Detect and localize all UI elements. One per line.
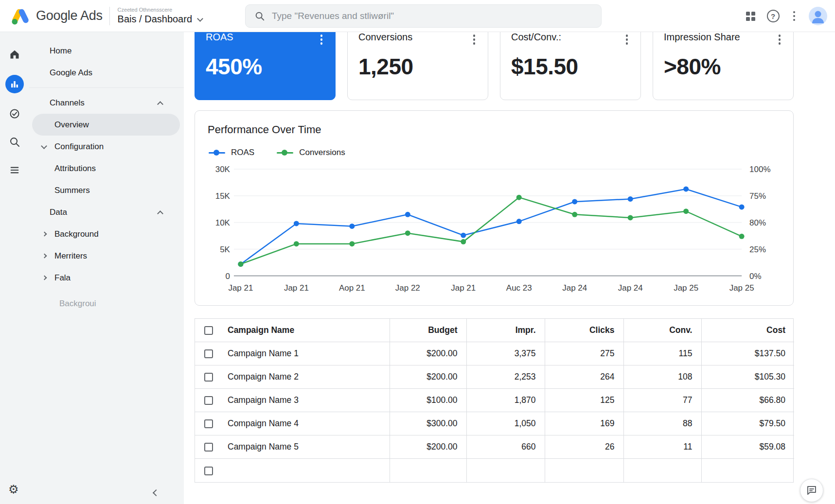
breadcrumb-label: Bais / Dashboard xyxy=(118,14,192,25)
card-menu-icon[interactable] xyxy=(777,33,783,47)
sidebar-item-google-ads[interactable]: Google Ads xyxy=(29,62,184,84)
data-point-conversions xyxy=(683,209,689,214)
data-point-conversions xyxy=(349,241,355,246)
card-menu-icon[interactable] xyxy=(319,33,325,47)
sidebar-item-backgroui[interactable]: Backgroui xyxy=(29,293,184,314)
help-icon[interactable]: ? xyxy=(767,10,780,22)
chevron-down-icon xyxy=(41,143,47,149)
chart-legend: ROAS Conversions xyxy=(209,148,781,157)
clicks-cell: 125 xyxy=(545,389,623,412)
avatar[interactable] xyxy=(809,7,827,25)
legend-label: ROAS xyxy=(231,148,254,157)
campaign-row-partial[interactable] xyxy=(195,459,794,482)
kpi-row: ROAS 450% Conversions 1,250 Cost/Conv.: … xyxy=(195,21,794,100)
data-point-conversions xyxy=(294,241,299,246)
empty-cell xyxy=(466,459,545,482)
card-menu-icon[interactable] xyxy=(624,33,630,47)
row-checkbox[interactable] xyxy=(204,419,213,428)
sidebar-item-home[interactable]: Home xyxy=(29,40,184,62)
campaign-row[interactable]: Campaign Name 1$200.003,375275115$137.50 xyxy=(195,342,794,365)
row-checkbox[interactable] xyxy=(204,373,213,382)
top-bar: Google Ads Czeeted Othnensscere Bais / D… xyxy=(0,0,835,32)
clicks-cell: 264 xyxy=(545,365,623,389)
budget-cell: $300.00 xyxy=(390,412,466,435)
google-ads-logo-icon xyxy=(11,7,30,25)
kpi-card-roas[interactable]: ROAS 450% xyxy=(195,21,336,100)
search-input[interactable] xyxy=(272,11,592,21)
series-line-conversions xyxy=(241,197,742,264)
budget-cell: $200.00 xyxy=(390,365,466,389)
sidebar-item-overview[interactable]: Overview xyxy=(32,114,180,136)
kpi-label: Conversions xyxy=(358,32,412,43)
settings-gear-icon[interactable]: ⚙ xyxy=(8,483,19,496)
collapse-sidebar-icon[interactable] xyxy=(153,489,160,496)
header-conv[interactable]: Conv. xyxy=(623,319,701,342)
sidebar-section-channels[interactable]: Channels xyxy=(29,92,184,114)
chat-icon xyxy=(806,485,817,496)
budget-cell: $100.00 xyxy=(390,389,466,412)
empty-cell xyxy=(390,459,466,482)
data-point-roas xyxy=(349,224,355,229)
header-impr[interactable]: Impr. xyxy=(466,319,545,342)
axis-tick-label: Jap 21 xyxy=(451,283,476,293)
sidebar-item-summers[interactable]: Summers xyxy=(29,179,184,201)
campaign-row[interactable]: Compaign Name 2$200.002,253264108$105.30 xyxy=(195,365,794,389)
card-menu-icon[interactable] xyxy=(471,33,478,47)
kpi-card-cost-per-conv[interactable]: Cost/Conv.: $15.50 xyxy=(500,21,641,100)
legend-item-conversions[interactable]: Conversions xyxy=(277,148,345,157)
campaign-row[interactable]: Compaign Name 4$300.001,05016988$79.50 xyxy=(195,412,794,435)
search-icon xyxy=(254,11,265,21)
search-bar[interactable] xyxy=(245,4,602,28)
sidebar-item-configuration[interactable]: Configuration xyxy=(29,136,184,157)
header-campaign-name[interactable]: Campaign Name xyxy=(222,319,390,342)
brand-name: Google Ads xyxy=(36,8,103,23)
rail-item-home[interactable] xyxy=(7,47,22,62)
name-cell: Compaign Name 2 xyxy=(222,365,390,389)
sidebar-section-data[interactable]: Data xyxy=(29,201,184,223)
kpi-value: >80% xyxy=(664,53,782,80)
checkbox-cell xyxy=(195,435,222,459)
header-budget[interactable]: Budget xyxy=(390,319,466,342)
rail-item-reports[interactable] xyxy=(7,162,22,178)
rail-item-goals[interactable] xyxy=(7,106,22,122)
row-checkbox[interactable] xyxy=(204,396,213,405)
kpi-card-conversions[interactable]: Conversions 1,250 xyxy=(347,21,488,100)
campaign-row[interactable]: Campaign Name 5$200.006602611$59.08 xyxy=(195,435,794,459)
campaign-row[interactable]: Campaign Name 3$100.001,87012577$66.80 xyxy=(195,389,794,412)
rail-item-explore[interactable] xyxy=(7,134,22,150)
cost-cell: $105.30 xyxy=(701,365,794,389)
conv-cell: 115 xyxy=(623,342,701,365)
performance-chart-card: Performance Over Time ROAS Conversions 0… xyxy=(195,110,794,306)
row-checkbox[interactable] xyxy=(204,467,213,475)
chevron-down-icon xyxy=(197,16,203,22)
chat-fab[interactable] xyxy=(800,479,823,502)
header-clicks[interactable]: Clicks xyxy=(545,319,623,342)
breadcrumb[interactable]: Czeeted Othnensscere Bais / Dashboard xyxy=(118,7,202,25)
data-point-roas xyxy=(405,212,410,217)
list-icon xyxy=(9,165,20,175)
chevron-right-icon xyxy=(42,232,47,237)
legend-swatch-roas xyxy=(209,152,225,154)
item-label: Fala xyxy=(54,273,71,283)
row-checkbox[interactable] xyxy=(204,349,213,358)
data-point-roas xyxy=(461,233,466,238)
more-options-icon[interactable] xyxy=(791,9,798,23)
legend-item-roas[interactable]: ROAS xyxy=(209,148,254,157)
data-point-conversions xyxy=(572,212,577,217)
empty-cell xyxy=(222,459,390,482)
apps-grid-icon[interactable] xyxy=(746,12,755,21)
row-checkbox[interactable] xyxy=(204,443,213,452)
select-all-checkbox[interactable] xyxy=(204,326,213,335)
chevron-right-icon xyxy=(42,254,47,259)
header-cost[interactable]: Cost xyxy=(701,319,794,342)
series-line-roas xyxy=(241,189,742,264)
kpi-card-impression-share[interactable]: Impression Share >80% xyxy=(653,21,794,100)
sidebar-item-fala[interactable]: Fala xyxy=(29,267,184,289)
sidebar-item-attributions[interactable]: Attributions xyxy=(29,157,184,179)
rail-item-dashboard[interactable] xyxy=(5,75,24,93)
axis-tick-label: 5K xyxy=(220,245,230,254)
sidebar-item-background[interactable]: Background xyxy=(29,223,184,245)
chevron-right-icon xyxy=(42,276,47,280)
sidebar-item-merriters[interactable]: Merriters xyxy=(29,245,184,267)
data-point-conversions xyxy=(516,195,522,200)
